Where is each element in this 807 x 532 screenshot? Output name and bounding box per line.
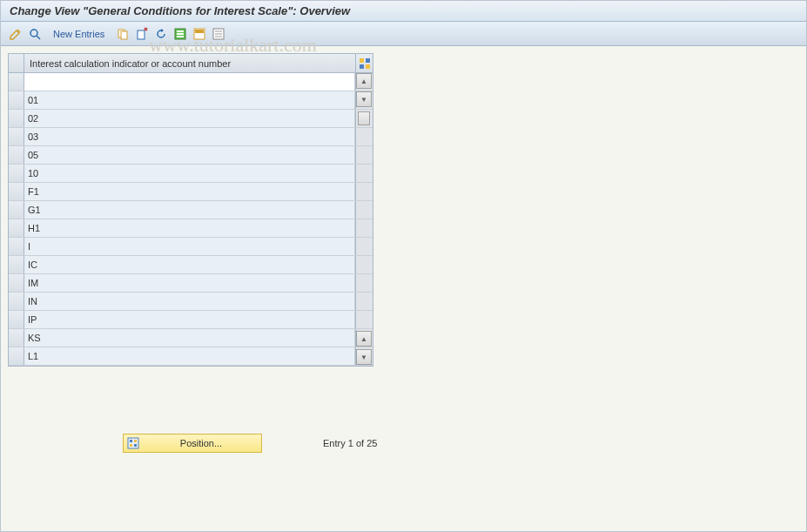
svg-rect-20 xyxy=(366,64,370,69)
svg-rect-9 xyxy=(177,33,184,35)
svg-rect-15 xyxy=(215,33,222,35)
table-row[interactable]: L1 ▼ xyxy=(9,347,373,366)
scroll-thumb[interactable] xyxy=(358,111,370,125)
svg-rect-22 xyxy=(130,440,132,442)
table-row[interactable]: 10 xyxy=(9,165,373,183)
row-selector[interactable] xyxy=(9,128,24,145)
cell-value[interactable]: G1 xyxy=(24,201,355,219)
select-all-icon[interactable] xyxy=(172,26,188,42)
cell-value[interactable] xyxy=(24,73,355,91)
table-row[interactable]: 03 xyxy=(9,128,373,146)
table-body: ▲ 01 ▼ 02 03 05 xyxy=(9,73,373,366)
svg-rect-14 xyxy=(215,30,222,32)
scroll-up-button[interactable]: ▲ xyxy=(356,73,372,89)
column-header[interactable]: Interest calculation indicator or accoun… xyxy=(24,54,355,72)
svg-line-1 xyxy=(37,36,40,39)
svg-rect-17 xyxy=(360,58,364,63)
row-selector[interactable] xyxy=(9,91,24,109)
delete-icon[interactable] xyxy=(134,26,150,42)
new-entries-button[interactable]: New Entries xyxy=(48,27,110,41)
deselect-all-icon[interactable] xyxy=(211,26,226,42)
cell-value[interactable]: 03 xyxy=(24,128,355,145)
cell-value[interactable]: H1 xyxy=(24,219,355,237)
position-icon xyxy=(127,437,139,449)
row-selector[interactable] xyxy=(9,256,24,273)
position-label: Position... xyxy=(145,438,258,448)
scroll-down-button[interactable]: ▼ xyxy=(356,349,372,365)
select-all-rows[interactable] xyxy=(9,54,24,72)
table-row[interactable]: 05 xyxy=(9,146,373,165)
svg-rect-12 xyxy=(195,30,204,33)
scroll-up-bottom-button[interactable]: ▲ xyxy=(356,331,372,347)
cell-value[interactable]: I xyxy=(24,238,355,255)
table-row[interactable]: IM xyxy=(9,274,373,293)
cell-value[interactable]: 10 xyxy=(24,165,355,182)
svg-rect-8 xyxy=(177,30,184,32)
entry-status: Entry 1 of 25 xyxy=(323,438,377,448)
table-header-row: Interest calculation indicator or accoun… xyxy=(9,54,373,73)
svg-rect-19 xyxy=(360,64,364,69)
row-selector[interactable] xyxy=(9,274,24,292)
row-selector[interactable] xyxy=(9,183,24,200)
copy-icon[interactable] xyxy=(115,26,131,42)
table-row[interactable]: 01 ▼ xyxy=(9,91,373,110)
table-row[interactable]: ▲ xyxy=(9,73,373,91)
undo-icon[interactable] xyxy=(153,26,169,42)
table-row[interactable]: IN xyxy=(9,293,373,311)
change-icon[interactable] xyxy=(8,26,24,42)
row-selector[interactable] xyxy=(9,293,24,310)
row-selector[interactable] xyxy=(9,238,24,255)
title-bar: Change View "General Conditions for Inte… xyxy=(1,1,806,22)
cell-value[interactable]: 01 xyxy=(24,91,355,109)
row-selector[interactable] xyxy=(9,146,24,164)
cell-value[interactable]: F1 xyxy=(24,183,355,200)
svg-rect-4 xyxy=(138,30,145,39)
svg-rect-10 xyxy=(177,36,184,37)
table-row[interactable]: H1 xyxy=(9,219,373,238)
content-area: Interest calculation indicator or accoun… xyxy=(1,46,806,374)
row-selector[interactable] xyxy=(9,329,24,347)
row-selector[interactable] xyxy=(9,165,24,182)
row-selector[interactable] xyxy=(9,311,24,328)
footer: Position... Entry 1 of 25 xyxy=(1,434,806,453)
table-row[interactable]: KS ▲ xyxy=(9,329,373,347)
table-container: Interest calculation indicator or accoun… xyxy=(8,53,373,367)
cell-value[interactable]: KS xyxy=(24,329,355,347)
cell-value[interactable]: 05 xyxy=(24,146,355,164)
table-row[interactable]: F1 xyxy=(9,183,373,201)
cell-value[interactable]: IM xyxy=(24,274,355,292)
page-title: Change View "General Conditions for Inte… xyxy=(10,4,350,17)
select-block-icon[interactable] xyxy=(192,26,207,42)
table-row[interactable]: 02 xyxy=(9,110,373,128)
scroll-down-top-button[interactable]: ▼ xyxy=(356,91,372,107)
svg-rect-16 xyxy=(215,36,222,37)
cell-value[interactable]: 02 xyxy=(24,110,355,127)
table-row[interactable]: G1 xyxy=(9,201,373,219)
row-selector[interactable] xyxy=(9,219,24,237)
svg-rect-23 xyxy=(134,440,137,442)
row-selector[interactable] xyxy=(9,73,24,91)
toolbar: New Entries xyxy=(1,22,806,46)
table-row[interactable]: I xyxy=(9,238,373,256)
svg-rect-21 xyxy=(128,438,138,448)
cell-value[interactable]: IN xyxy=(24,293,355,310)
details-icon[interactable] xyxy=(27,26,43,42)
cell-value[interactable]: IP xyxy=(24,311,355,328)
position-button[interactable]: Position... xyxy=(123,434,262,453)
table-row[interactable]: IC xyxy=(9,256,373,274)
row-selector[interactable] xyxy=(9,110,24,127)
cell-value[interactable]: L1 xyxy=(24,347,355,365)
row-selector[interactable] xyxy=(9,347,24,365)
svg-rect-25 xyxy=(134,444,137,447)
table-settings-icon[interactable] xyxy=(355,54,373,72)
svg-point-0 xyxy=(30,30,37,37)
cell-value[interactable]: IC xyxy=(24,256,355,273)
svg-rect-18 xyxy=(366,58,370,63)
row-selector[interactable] xyxy=(9,201,24,219)
svg-rect-24 xyxy=(130,444,132,447)
table-row[interactable]: IP xyxy=(9,311,373,329)
svg-rect-3 xyxy=(121,31,127,39)
